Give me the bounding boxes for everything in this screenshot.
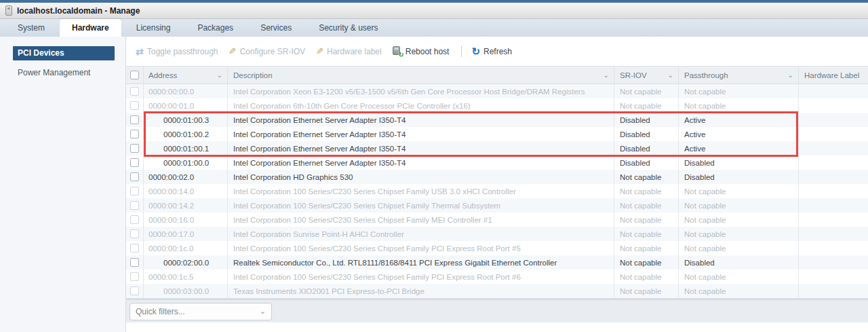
row-checkbox[interactable] xyxy=(130,244,139,253)
row-checkbox[interactable] xyxy=(130,87,139,96)
row-checkbox[interactable] xyxy=(130,229,139,238)
tab-services[interactable]: Services xyxy=(248,19,304,37)
sriov-cell: Not capable xyxy=(614,184,678,198)
hardware-label-cell xyxy=(798,98,868,113)
description-cell: Intel Corporation 100 Series/C230 Series… xyxy=(227,213,614,227)
tab-security-users[interactable]: Security & users xyxy=(307,19,390,37)
description-cell: Intel Corporation Ethernet Server Adapte… xyxy=(227,113,614,127)
column-header-label: Passthrough xyxy=(684,71,728,79)
table-row[interactable]: 0000:00:1c.0Intel Corporation 100 Series… xyxy=(126,241,868,255)
configure-sr-iov-button: ✎Configure SR-IOV xyxy=(229,46,305,56)
table-row[interactable]: 0000:01:00.3Intel Corporation Ethernet S… xyxy=(126,113,868,127)
row-checkbox[interactable] xyxy=(130,172,139,181)
description-cell: Intel Corporation Xeon E3-1200 v5/E3-150… xyxy=(227,84,614,98)
window-title: localhost.localdomain - Manage xyxy=(17,6,140,16)
table-row[interactable]: 0000:00:00.0Intel Corporation Xeon E3-12… xyxy=(126,84,868,98)
hardware-label-cell xyxy=(798,84,868,98)
row-checkbox-cell xyxy=(126,84,143,98)
address-cell: 0000:01:00.3 xyxy=(143,113,227,127)
table-row[interactable]: 0000:00:17.0Intel Corporation Sunrise Po… xyxy=(126,227,868,241)
hardware-label-cell xyxy=(798,113,868,127)
pencil-icon: ✎ xyxy=(316,46,323,56)
table-row[interactable]: 0000:02:00.0Realtek Semiconductor Co., L… xyxy=(126,255,868,270)
address-cell: 0000:03:00.0 xyxy=(143,284,227,298)
description-cell: Intel Corporation Ethernet Server Adapte… xyxy=(227,127,614,141)
column-header-address[interactable]: Address⌄ xyxy=(143,67,227,84)
row-checkbox[interactable] xyxy=(130,201,139,210)
tab-system[interactable]: System xyxy=(5,19,57,37)
row-checkbox[interactable] xyxy=(130,187,139,196)
chevron-down-icon[interactable]: ⌄ xyxy=(668,71,678,79)
table-row[interactable]: 0000:01:00.2Intel Corporation Ethernet S… xyxy=(126,127,868,141)
row-checkbox-cell xyxy=(126,113,143,127)
passthrough-cell: Disabled xyxy=(678,155,798,170)
row-checkbox[interactable] xyxy=(130,272,139,281)
select-all-checkbox[interactable] xyxy=(130,71,139,79)
tab-packages[interactable]: Packages xyxy=(185,19,245,37)
toolbar-button-label: Reboot host xyxy=(406,47,450,56)
table-row[interactable]: 0000:00:01.0Intel Corporation 6th-10th G… xyxy=(126,98,868,113)
row-checkbox[interactable] xyxy=(130,115,139,124)
hardware-label-cell xyxy=(798,184,868,198)
row-checkbox-cell xyxy=(126,241,143,255)
hardware-label-cell xyxy=(798,198,868,213)
sriov-cell: Not capable xyxy=(614,170,678,184)
row-checkbox-cell xyxy=(126,155,143,170)
table-row[interactable]: 0000:00:14.0Intel Corporation 100 Series… xyxy=(126,184,868,198)
chevron-down-icon[interactable]: ⌄ xyxy=(788,71,798,79)
chevron-down-icon[interactable]: ⌄ xyxy=(217,71,227,79)
sidebar-item-power-management[interactable]: Power Management xyxy=(13,66,115,80)
address-cell: 0000:00:17.0 xyxy=(143,227,227,241)
hardware-label-cell xyxy=(798,255,868,270)
column-header-sriov[interactable]: SR-IOV⌄ xyxy=(614,67,678,84)
row-checkbox[interactable] xyxy=(130,287,139,295)
quick-filters-select[interactable]: Quick filters... ⌄ xyxy=(130,303,272,320)
chevron-down-icon[interactable]: ⌄ xyxy=(604,71,614,79)
reboot-host-button[interactable]: ↻Reboot host xyxy=(393,46,450,56)
toolbar-button-label: Toggle passthrough xyxy=(147,47,218,56)
table-row[interactable]: 0000:03:00.0Texas Instruments XIO2001 PC… xyxy=(126,284,868,298)
toggle-passthrough-button: ⇄Toggle passthrough xyxy=(136,46,218,57)
hardware-label-cell xyxy=(798,170,868,184)
table-row[interactable]: 0000:00:02.0Intel Corporation HD Graphic… xyxy=(126,170,868,184)
table-row[interactable]: 0000:01:00.0Intel Corporation Ethernet S… xyxy=(126,155,868,170)
hardware-label-button: ✎Hardware label xyxy=(316,46,382,56)
tab-hardware[interactable]: Hardware xyxy=(60,19,121,37)
sriov-cell: Not capable xyxy=(614,284,678,298)
sriov-cell: Disabled xyxy=(614,127,678,141)
description-cell: Intel Corporation Ethernet Server Adapte… xyxy=(227,141,614,155)
column-header-label: Address xyxy=(149,71,177,79)
refresh-button[interactable]: ↻Refresh xyxy=(471,47,512,56)
address-cell: 0000:01:00.1 xyxy=(143,141,227,155)
tab-label: Security & users xyxy=(319,23,378,33)
column-header-hardware_label: Hardware Label xyxy=(798,67,868,84)
description-cell: Intel Corporation 100 Series/C230 Series… xyxy=(227,270,614,284)
refresh-icon: ↻ xyxy=(471,48,480,56)
column-header-description[interactable]: Description⌄ xyxy=(227,67,614,84)
main-panel: ⇄Toggle passthrough✎Configure SR-IOV✎Har… xyxy=(126,37,868,332)
row-checkbox-cell xyxy=(126,127,143,141)
tab-licensing[interactable]: Licensing xyxy=(124,19,183,37)
hardware-label-cell xyxy=(798,270,868,284)
row-checkbox[interactable] xyxy=(130,258,139,267)
row-checkbox[interactable] xyxy=(130,144,139,153)
table-row[interactable]: 0000:01:00.1Intel Corporation Ethernet S… xyxy=(126,141,868,155)
row-checkbox-cell xyxy=(126,184,143,198)
row-checkbox[interactable] xyxy=(130,101,139,110)
column-header-passthrough[interactable]: Passthrough⌄ xyxy=(678,67,798,84)
row-checkbox[interactable] xyxy=(130,130,139,139)
table-row[interactable]: 0000:00:1c.5Intel Corporation 100 Series… xyxy=(126,270,868,284)
window-titlebar: localhost.localdomain - Manage xyxy=(0,3,868,19)
passthrough-cell: Not capable xyxy=(678,213,798,227)
address-cell: 0000:00:14.2 xyxy=(143,198,227,213)
table-row[interactable]: 0000:00:14.2Intel Corporation 100 Series… xyxy=(126,198,868,213)
sidebar-item-pci-devices[interactable]: PCI Devices xyxy=(13,46,115,60)
hardware-label-cell xyxy=(798,141,868,155)
sriov-cell: Disabled xyxy=(614,155,678,170)
column-header-checkbox xyxy=(126,67,143,84)
sriov-cell: Not capable xyxy=(614,213,678,227)
row-checkbox[interactable] xyxy=(130,215,139,224)
toolbar-separator xyxy=(461,46,462,57)
row-checkbox[interactable] xyxy=(130,158,139,167)
table-row[interactable]: 0000:00:16.0Intel Corporation 100 Series… xyxy=(126,213,868,227)
